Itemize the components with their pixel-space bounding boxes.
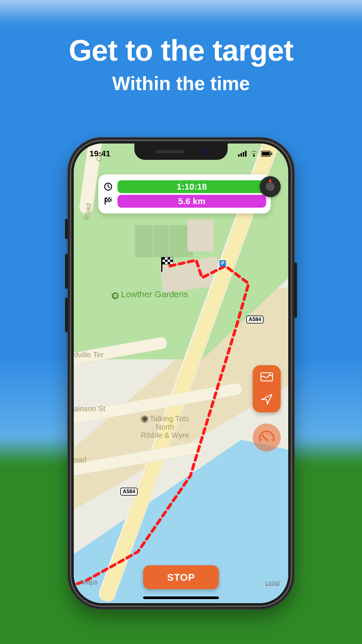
park-name: Lowther Gardens xyxy=(121,289,188,299)
street-label: oad xyxy=(74,456,86,464)
timer-display: 1:10:18 xyxy=(117,180,266,193)
svg-rect-5 xyxy=(262,152,270,155)
svg-rect-6 xyxy=(271,153,272,155)
stop-button-label: STOP xyxy=(167,572,195,583)
svg-rect-21 xyxy=(110,199,111,201)
svg-rect-10 xyxy=(168,257,170,260)
hud-card: 1:10:18 5.6 km xyxy=(98,174,271,214)
stop-button[interactable]: STOP xyxy=(143,565,219,589)
battery-icon xyxy=(261,151,273,157)
svg-rect-12 xyxy=(170,260,173,262)
svg-rect-22 xyxy=(106,201,107,202)
svg-rect-11 xyxy=(165,260,168,262)
map-tools-panel xyxy=(253,365,281,412)
svg-rect-23 xyxy=(108,201,110,202)
route-badge: A584 xyxy=(246,316,263,323)
parking-icon: P xyxy=(219,260,226,267)
wifi-icon xyxy=(250,151,258,157)
cellular-icon xyxy=(238,151,247,157)
phone-side-button xyxy=(65,298,68,332)
svg-rect-1 xyxy=(240,153,242,157)
svg-rect-13 xyxy=(162,262,165,264)
phone-side-button xyxy=(294,262,297,318)
svg-rect-18 xyxy=(106,198,107,199)
promo-title: Get to the target xyxy=(0,34,362,68)
map-courts xyxy=(135,225,193,257)
phone-notch xyxy=(134,144,228,160)
maps-attribution: Maps xyxy=(81,578,98,586)
tree-icon: ✿ xyxy=(112,292,119,299)
promo-subtitle: Within the time xyxy=(0,72,362,94)
svg-rect-19 xyxy=(108,198,110,199)
svg-rect-20 xyxy=(107,199,108,201)
svg-point-28 xyxy=(263,435,264,436)
svg-point-25 xyxy=(269,374,270,376)
phone-side-button xyxy=(65,254,68,289)
svg-rect-9 xyxy=(162,257,165,260)
phone-screen: 19:41 xyxy=(74,144,288,603)
finish-flag-icon xyxy=(160,257,173,274)
promo-headline: Get to the target Within the time xyxy=(0,34,362,94)
status-time: 19:41 xyxy=(89,149,110,158)
svg-point-31 xyxy=(271,439,273,440)
svg-rect-2 xyxy=(243,152,244,157)
svg-rect-3 xyxy=(245,151,247,157)
compass-button[interactable] xyxy=(260,176,281,197)
street-label: ainson St xyxy=(74,405,105,413)
svg-point-27 xyxy=(261,439,262,440)
checkered-flag-icon xyxy=(103,197,113,206)
svg-rect-0 xyxy=(238,154,240,157)
svg-rect-7 xyxy=(161,257,162,272)
svg-rect-24 xyxy=(261,373,273,381)
route-badge: A584 xyxy=(120,488,138,496)
legal-link[interactable]: Legal xyxy=(265,580,280,586)
svg-rect-14 xyxy=(168,262,170,264)
clock-icon xyxy=(103,182,113,191)
distance-display: 5.6 km xyxy=(117,195,266,208)
graduation-icon: 🎓 xyxy=(141,415,148,423)
map-building xyxy=(187,219,214,251)
svg-point-29 xyxy=(266,433,267,434)
locate-me-button[interactable] xyxy=(260,393,273,407)
speedometer-button[interactable] xyxy=(253,424,281,452)
phone-side-button xyxy=(65,219,68,239)
phone-frame: 19:41 xyxy=(67,137,295,610)
street-label: dville Ter xyxy=(74,351,103,359)
home-indicator[interactable] xyxy=(143,596,219,599)
map-layers-button[interactable] xyxy=(260,371,274,384)
svg-point-30 xyxy=(270,435,271,436)
